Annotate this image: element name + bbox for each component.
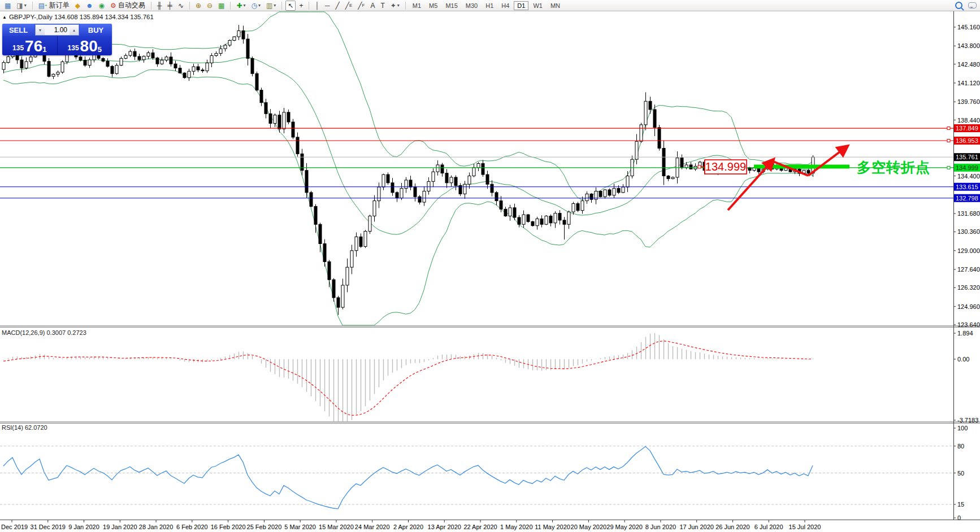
- price-tick-label: 124.960: [957, 303, 980, 310]
- mt4-window: { "toolbar": { "left_groups": [ {"items"…: [0, 0, 980, 532]
- date-tick-label: 31 Dec 2019: [31, 524, 66, 530]
- macd-scale-label: 1.894: [957, 330, 973, 337]
- date-tick-label: 15 Mar 2020: [319, 524, 354, 530]
- rsi-indicator-label: RSI(14) 62.0720: [2, 424, 47, 431]
- turning-point-annotation[interactable]: 多空转折点: [857, 159, 930, 175]
- price-tick-label: 127.640: [957, 266, 980, 273]
- rsi-scale-label: 50: [957, 470, 964, 477]
- date-tick-label: 15 Jul 2020: [789, 524, 821, 530]
- date-tick-label: 1 May 2020: [500, 524, 532, 530]
- date-tick-label: 2 Dec 2019: [0, 524, 28, 530]
- symbol-ohlc-text: GBPJPY-,Daily 134.608 135.894 134.334 13…: [9, 14, 154, 20]
- buy-button[interactable]: BUY: [80, 24, 112, 36]
- buy-price[interactable]: 135805: [58, 36, 112, 55]
- price-tick-label: 139.760: [957, 98, 980, 105]
- price-tick-label: 123.640: [957, 321, 980, 328]
- volume-increase-button[interactable]: ▲: [70, 25, 79, 35]
- sell-price-sup: 1: [42, 45, 46, 54]
- line-handle-icon[interactable]: [947, 127, 950, 130]
- date-tick-label: 5 Mar 2020: [284, 524, 316, 530]
- price-tick-label: 129.000: [957, 247, 980, 254]
- collapse-triangle-icon[interactable]: ▲: [2, 15, 7, 20]
- price-line-axis-label-text: 136.953: [956, 137, 978, 144]
- sell-button[interactable]: SELL: [2, 24, 34, 36]
- one-click-trading-panel: SELL ▼ 1.00 ▲ BUY 135761 135805: [2, 24, 112, 55]
- date-tick-label: 29 May 2020: [606, 524, 643, 530]
- price-tick-label: 134.400: [957, 173, 980, 180]
- volume-decrease-button[interactable]: ▼: [36, 25, 45, 35]
- date-tick-label: 6 Jul 2020: [754, 524, 783, 530]
- macd-scale-label: -3.7183: [957, 417, 978, 424]
- date-tick-label: 28 Jan 2020: [139, 524, 174, 530]
- price-tick-label: 131.680: [957, 210, 980, 217]
- price-line-axis-label-text: 137.849: [956, 125, 978, 132]
- macd-indicator-label: MACD(12,26,9) 0.3007 0.2723: [2, 329, 86, 336]
- price-annotation-text: 134.999: [705, 160, 746, 173]
- price-line-axis-label-text: 133.615: [956, 184, 978, 190]
- chart-symbol-ohlc: ▲GBPJPY-,Daily 134.608 135.894 134.334 1…: [2, 14, 154, 20]
- textbox-anchor-icon[interactable]: [698, 165, 701, 168]
- price-tick-label: 142.480: [957, 61, 980, 68]
- sell-price-big: 76: [25, 39, 42, 54]
- rsi-scale-label: 80: [957, 443, 964, 450]
- date-tick-label: 16 Feb 2020: [211, 524, 246, 530]
- date-tick-label: 25 Feb 2020: [247, 524, 282, 530]
- rsi-scale-label: 15: [957, 501, 964, 508]
- line-handle-icon[interactable]: [947, 166, 950, 169]
- volume-value[interactable]: 1.00: [45, 26, 70, 34]
- date-tick-label: 17 Jun 2020: [679, 524, 714, 530]
- price-line-axis-label-text: 132.798: [956, 195, 978, 202]
- price-tick-label: 138.440: [957, 117, 980, 124]
- buy-price-sup: 5: [98, 45, 102, 54]
- price-tick-label: 130.360: [957, 228, 980, 235]
- date-tick-label: 19 Jan 2020: [103, 524, 137, 530]
- date-tick-label: 11 May 2020: [535, 524, 570, 530]
- date-tick-label: 9 Jan 2020: [68, 524, 99, 530]
- buy-price-big: 80: [80, 39, 98, 54]
- price-tick-label: 145.160: [957, 24, 980, 30]
- line-handle-icon[interactable]: [947, 139, 950, 142]
- date-tick-label: 6 Feb 2020: [176, 524, 208, 530]
- rsi-scale-label: 0: [957, 514, 961, 521]
- date-tick-label: 13 Apr 2020: [428, 524, 461, 530]
- rsi-scale-label: 100: [957, 425, 968, 431]
- sell-price[interactable]: 135761: [2, 36, 58, 55]
- buy-price-prefix: 135: [68, 44, 79, 52]
- date-tick-label: 8 Jun 2020: [645, 524, 676, 530]
- date-tick-label: 26 Jun 2020: [716, 524, 750, 530]
- date-tick-label: 20 May 2020: [571, 524, 607, 530]
- price-tick-label: 143.800: [957, 42, 980, 49]
- sell-price-prefix: 135: [12, 44, 24, 52]
- chart-canvas[interactable]: 134.999多空转折点145.160143.800142.480141.120…: [0, 0, 980, 532]
- price-tick-label: 126.320: [957, 284, 980, 291]
- volume-field[interactable]: ▼ 1.00 ▲: [35, 24, 79, 36]
- date-tick-label: 2 Apr 2020: [393, 524, 423, 530]
- date-tick-label: 24 Mar 2020: [355, 524, 390, 530]
- macd-scale-label: 0.00: [957, 356, 969, 363]
- date-tick-label: 22 Apr 2020: [463, 524, 497, 530]
- price-tick-label: 141.120: [957, 80, 980, 86]
- price-line-axis-label-text: 135.761: [956, 154, 978, 160]
- price-line-axis-label-text: 134.999: [956, 164, 978, 171]
